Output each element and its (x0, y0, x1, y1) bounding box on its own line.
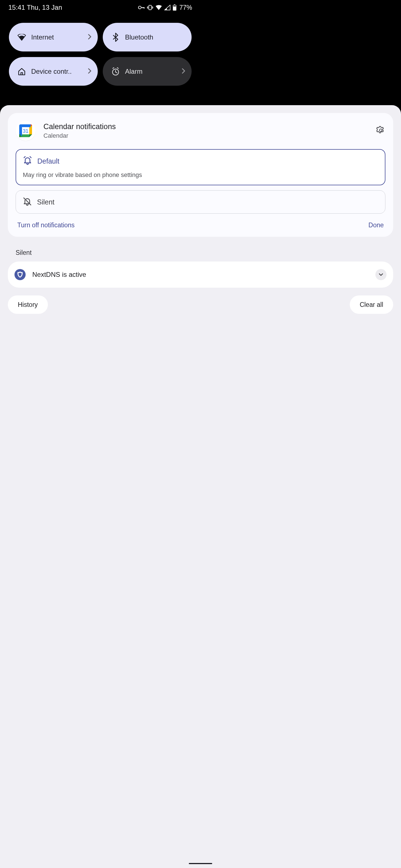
option-label: Silent (37, 198, 55, 206)
svg-rect-17 (19, 134, 21, 137)
qs-tile-internet[interactable]: Internet (9, 23, 98, 52)
status-right-icons: 77% (138, 4, 192, 11)
battery-percent: 77% (179, 4, 192, 11)
notification-nextdns[interactable]: NextDNS is active (8, 261, 200, 288)
silent-section-heading: Silent (16, 249, 200, 256)
history-button[interactable]: History (8, 296, 48, 314)
bluetooth-icon (111, 33, 121, 42)
svg-rect-2 (144, 7, 145, 9)
wifi-icon (155, 5, 162, 10)
svg-point-0 (138, 6, 141, 9)
bell-ring-icon (23, 156, 32, 166)
card-title: Calendar notifications (44, 122, 200, 131)
qs-tile-bluetooth[interactable]: Bluetooth (103, 23, 192, 52)
vpn-key-icon (138, 6, 145, 9)
option-silent[interactable]: Silent (16, 190, 200, 214)
wifi-icon (17, 34, 27, 41)
shield-icon (15, 269, 26, 280)
svg-rect-7 (173, 6, 176, 10)
option-label: Default (37, 157, 59, 165)
quick-settings-area: Internet Bluetooth Device contr.. (0, 15, 200, 95)
notification-shade: 31 Calendar notifications Calendar Defau… (0, 105, 200, 434)
card-header: 31 Calendar notifications Calendar (16, 121, 200, 141)
notification-channel-card: 31 Calendar notifications Calendar Defau… (8, 113, 200, 237)
svg-rect-4 (149, 5, 151, 10)
alarm-icon (111, 67, 121, 76)
status-time-date: 15:41 Thu, 13 Jan (8, 4, 62, 11)
svg-rect-20 (29, 124, 31, 127)
notification-text: NextDNS is active (32, 271, 200, 278)
card-subtitle: Calendar (44, 132, 200, 140)
battery-icon (173, 4, 176, 10)
svg-text:31: 31 (23, 128, 28, 134)
qs-tile-alarm[interactable]: Alarm (103, 57, 192, 86)
svg-rect-3 (143, 7, 143, 8)
qs-tile-label: Bluetooth (125, 33, 185, 41)
shade-actions: History Clear all (8, 296, 200, 314)
calendar-app-icon: 31 (16, 121, 36, 141)
option-default[interactable]: Default May ring or vibrate based on pho… (16, 149, 200, 185)
home-icon (17, 68, 27, 75)
qs-tile-device-controls[interactable]: Device contr.. (9, 57, 98, 86)
qs-tile-label: Alarm (125, 68, 181, 75)
status-bar: 15:41 Thu, 13 Jan 77% (0, 0, 200, 15)
chevron-right-icon (181, 68, 185, 75)
option-desc: May ring or vibrate based on phone setti… (23, 172, 200, 179)
qs-tile-label: Internet (31, 33, 88, 41)
bell-off-icon (23, 197, 32, 207)
qs-tile-label: Device contr.. (31, 68, 88, 75)
turn-off-notifications-button[interactable]: Turn off notifications (17, 221, 75, 229)
chevron-right-icon (88, 34, 92, 41)
svg-rect-11 (19, 126, 22, 136)
chevron-right-icon (88, 68, 92, 75)
signal-icon (164, 5, 170, 10)
vibrate-icon (147, 5, 153, 10)
